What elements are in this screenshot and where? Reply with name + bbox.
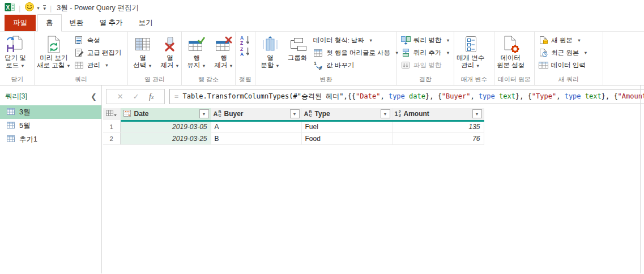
ribbon-small-button-9-0[interactable]: 새 원본▼: [536, 34, 590, 46]
collapse-pane-icon[interactable]: ❮: [91, 94, 97, 100]
ribbon-small-label: 새 원본: [551, 36, 573, 45]
replace-values-icon: 12: [313, 61, 323, 70]
scrollbar-track[interactable]: [640, 85, 641, 273]
ribbon-big-button-5-1[interactable]: 그룹화: [284, 33, 311, 62]
tab-2[interactable]: 변환: [62, 15, 92, 31]
table-menu-icon: [105, 111, 117, 119]
ribbon-big-button-7-0[interactable]: 매개 변수관리▼: [455, 33, 485, 70]
filter-button[interactable]: ▼: [199, 109, 209, 118]
cell-amount-0[interactable]: 135: [392, 121, 484, 132]
cell-buyer-0[interactable]: A: [211, 121, 301, 132]
ribbon-small-button-1-1[interactable]: 고급 편집기: [72, 46, 124, 59]
dropdown-caret-icon: ▼: [175, 63, 179, 68]
data-preview: Date▼ABCBuyer▼ABCType▼123Amount▼12019-03…: [102, 107, 644, 145]
ribbon-small-button-5-1[interactable]: 첫 행을 머리글로 사용▼: [311, 46, 402, 59]
ribbon-big-button-5-0[interactable]: 열분할▼: [257, 33, 284, 70]
queries-pane-header: 쿼리[3] ❮: [0, 85, 101, 105]
ribbon-small-button-6-1[interactable]: 쿼리 추가▼: [398, 46, 453, 59]
query-list-item-5월[interactable]: 5월: [0, 119, 101, 132]
ribbon-button-label: 닫기 및로드▼: [5, 54, 26, 70]
ribbon-group-6: 쿼리 병합▼쿼리 추가▼파일 병합결합: [397, 32, 454, 85]
filter-button[interactable]: ▼: [381, 109, 390, 118]
ribbon-small-button-1-2[interactable]: 관리▼: [72, 59, 124, 71]
query-list-item-3월[interactable]: 3월: [0, 105, 101, 119]
column-header-amount[interactable]: 123Amount▼: [392, 108, 484, 121]
cell-type-1[interactable]: Food: [301, 132, 392, 144]
cell-amount-1[interactable]: 76: [392, 132, 484, 144]
smiley-dropdown-caret-icon[interactable]: ▾: [37, 6, 39, 11]
label-line: 선택▼: [133, 62, 152, 70]
formula-input[interactable]: = Table.TransformColumnTypes(#"승격된 헤더",{…: [169, 89, 644, 104]
ribbon-small-label: 데이터 형식: 날짜: [313, 36, 364, 45]
ribbon-small-button-5-0[interactable]: 데이터 형식: 날짜▼: [311, 34, 402, 46]
123-icon-icon: 123: [395, 110, 401, 118]
filter-button[interactable]: ▼: [290, 109, 300, 118]
ribbon-big-button-0-0[interactable]: 닫기 및로드▼: [2, 33, 29, 70]
query-list-item-추가1[interactable]: 추가1: [0, 132, 101, 146]
svg-text:A: A: [240, 51, 244, 56]
cancel-icon[interactable]: ✕: [117, 92, 123, 101]
formula-text: = Table.TransformColumnTypes(#"승격된 헤더",{…: [174, 92, 644, 101]
svg-text:Z: Z: [240, 40, 243, 45]
column-name: Date: [134, 110, 149, 118]
column-name: Type: [315, 110, 330, 118]
ribbon-button-label: 미리 보기새로 고침▼: [37, 54, 71, 70]
ribbon-big-button-3-0[interactable]: 행유지▼: [183, 33, 210, 70]
ribbon-group-4: AZZA정렬: [236, 32, 255, 85]
column-header-buyer[interactable]: ABCBuyer▼: [211, 108, 301, 121]
remove-rows-icon: [215, 34, 233, 54]
ribbon-group-8: 데이터원본 설정데이터 원본: [494, 32, 535, 85]
ribbon-small-label: 쿼리 추가: [413, 49, 441, 57]
tab-file[interactable]: 파일: [5, 15, 36, 31]
ribbon-group-body: 미리 보기새로 고침▼속성고급 편집기관리▼: [35, 32, 127, 75]
row-number[interactable]: 1: [103, 121, 120, 132]
ribbon-small-button-6-0[interactable]: 쿼리 병합▼: [398, 34, 453, 46]
ribbon-small-button-9-1[interactable]: 최근 원본▼: [536, 46, 590, 59]
label-line: 로드▼: [6, 62, 24, 70]
ribbon-small-button-5-2[interactable]: 12값 바꾸기: [311, 59, 402, 71]
cell-type-0[interactable]: Fuel: [301, 121, 392, 132]
cell-date-1[interactable]: 2019-03-25: [120, 132, 211, 144]
ribbon-group-label: 결합: [397, 75, 454, 85]
ribbon-big-button-1-0[interactable]: 미리 보기새로 고침▼: [36, 33, 72, 70]
cell-date-0[interactable]: 2019-03-05: [120, 121, 211, 132]
table-select-all[interactable]: [103, 108, 120, 121]
label-line: 열: [139, 54, 146, 62]
tab-4[interactable]: 보기: [130, 15, 160, 31]
ribbon-big-button-8-0[interactable]: 데이터원본 설정: [496, 33, 526, 70]
formula-buttons: ✕ ✓ fx: [106, 89, 165, 104]
label-line: 닫기 및: [5, 54, 26, 62]
tab-1[interactable]: 홈: [37, 14, 62, 32]
label-line: 미리 보기: [40, 54, 67, 62]
ribbon-small-column: AZZA: [237, 33, 251, 57]
filter-button[interactable]: ▼: [472, 109, 482, 118]
customize-quick-access-toolbar-icon[interactable]: ▾: [43, 5, 46, 11]
column-header-type[interactable]: ABCType▼: [301, 108, 392, 121]
confirm-icon[interactable]: ✓: [133, 92, 139, 101]
column-header-date[interactable]: Date▼: [120, 108, 211, 121]
tab-3[interactable]: 열 추가: [92, 15, 131, 31]
ribbon-small-column: 속성고급 편집기관리▼: [72, 33, 124, 71]
ribbon-group-label: 데이터 원본: [494, 75, 534, 85]
remove-columns-icon: [161, 34, 179, 54]
dropdown-caret-icon: ▼: [202, 63, 206, 68]
window-title: 3월 - Power Query 편집기: [57, 3, 138, 13]
label-line: 분할▼: [261, 62, 279, 70]
merge-queries-icon: [400, 36, 411, 45]
ribbon-group-body: 열선택▼열제거▼: [128, 32, 181, 75]
row-number[interactable]: 2: [103, 132, 120, 144]
ribbon-small-button-9-2[interactable]: 데이터 입력: [536, 59, 590, 71]
ribbon-small-button-4-1[interactable]: ZA: [237, 45, 251, 57]
cell-buyer-1[interactable]: B: [211, 132, 301, 144]
ribbon-small-button-4-0[interactable]: AZ: [237, 34, 251, 45]
ribbon-big-button-3-1[interactable]: 행제거▼: [210, 33, 237, 70]
feedback-smiley-icon[interactable]: [24, 2, 35, 14]
ribbon-small-button-1-0[interactable]: 속성: [72, 34, 124, 46]
queries-pane: 쿼리[3] ❮ 3월5월추가1: [0, 85, 102, 273]
ribbon-group-7: 매개 변수관리▼매개 변수: [454, 32, 494, 85]
ribbon-big-button-2-0[interactable]: 열선택▼: [129, 33, 156, 70]
ribbon-group-body: 닫기 및로드▼: [1, 32, 34, 75]
ribbon-big-button-2-1[interactable]: 열제거▼: [156, 33, 184, 70]
svg-text:1: 1: [314, 61, 317, 66]
dropdown-caret-icon: ▼: [369, 38, 373, 43]
